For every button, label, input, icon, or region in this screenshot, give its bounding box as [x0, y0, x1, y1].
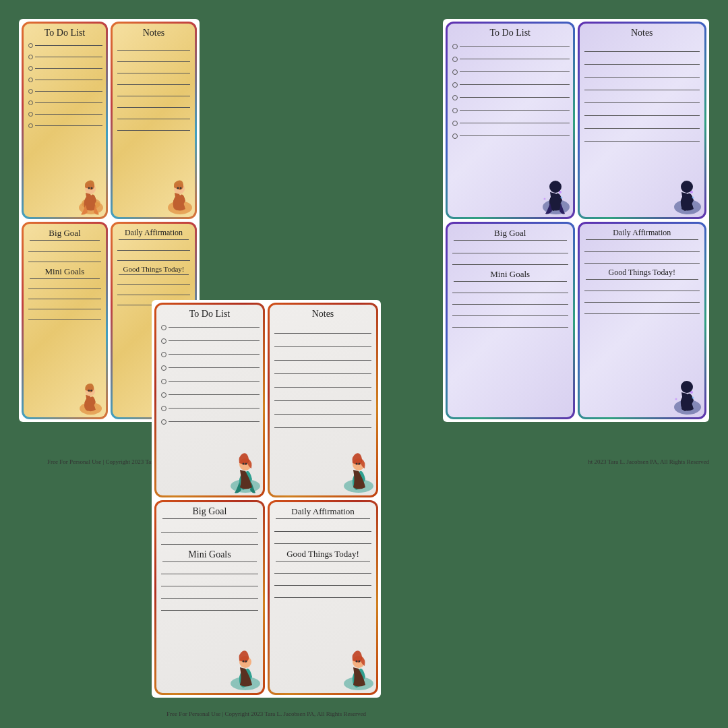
card-affirm-title: Daily Affirmation	[116, 228, 191, 238]
card-affirm-fire: Daily Affirmation Good Things Today!	[268, 500, 378, 695]
mermaid-purple-notes-icon	[666, 172, 703, 216]
card-affirm-purple: Daily Affirmation Good Things Today!	[578, 222, 707, 419]
mermaid-warm-goals-icon	[71, 379, 104, 416]
card-minigoals-title: Mini Goals	[27, 266, 102, 277]
svg-point-21	[690, 191, 693, 193]
svg-point-31	[245, 463, 247, 465]
mermaid-fire-goals-icon	[223, 646, 262, 692]
mermaid-fire-notes-icon	[336, 448, 375, 494]
card-bigoal-title: Big Goal	[27, 228, 102, 239]
svg-point-27	[675, 398, 677, 400]
card-affirm-fire-title: Daily Affirmation	[273, 506, 373, 517]
card-title: Notes	[116, 28, 191, 38]
card-title: To Do List	[27, 28, 102, 38]
card-todo-fire: To Do List	[154, 303, 265, 497]
card-title-purple-todo: To Do List	[451, 28, 570, 38]
svg-point-34	[356, 463, 358, 465]
svg-point-22	[692, 197, 694, 199]
card-notes-fire: Notes	[268, 303, 378, 497]
svg-point-5	[91, 187, 93, 189]
card-goals-warm: Big Goal Mini Goals	[22, 222, 108, 419]
card-goodthings-fire-title: Good Things Today!	[273, 549, 373, 559]
sheet-center: To Do List	[152, 300, 381, 698]
card-notes-warm: Notes	[111, 22, 197, 219]
card-goodthings-purple-title: Good Things Today!	[583, 268, 702, 278]
svg-point-38	[243, 661, 245, 663]
mermaid-warm-icon	[71, 175, 104, 216]
card-title-fire-todo: To Do List	[160, 309, 260, 320]
copyright-topleft: Free For Personal Use | Copyright 2023 T…	[47, 458, 156, 465]
svg-point-8	[177, 187, 179, 189]
mermaid-warm-notes-icon	[160, 175, 193, 216]
card-goodthings-title: Good Things Today!	[116, 265, 191, 273]
mermaid-purple-affirm-icon	[666, 372, 703, 416]
svg-point-43	[359, 661, 361, 663]
svg-point-13	[90, 390, 92, 392]
card-todo-purple: To Do List	[446, 22, 575, 219]
svg-point-18	[543, 198, 545, 200]
card-notes-purple: Notes	[578, 22, 707, 219]
copyright-topright: ht 2023 Tara L. Jacobsen PA, All Rights …	[588, 458, 709, 465]
svg-point-42	[356, 661, 358, 663]
svg-point-26	[692, 397, 694, 399]
card-goals-purple: Big Goal Mini Goals	[446, 222, 575, 419]
copyright-center: Free For Personal Use | Copyright 2023 T…	[152, 710, 381, 717]
card-minigoals-purple-title: Mini Goals	[451, 269, 570, 280]
svg-point-35	[359, 463, 361, 465]
mermaid-fire-todo-icon	[223, 448, 262, 494]
svg-point-39	[245, 661, 247, 663]
mermaid-fire-affirm-icon	[336, 646, 375, 692]
svg-point-12	[88, 390, 90, 392]
card-goals-fire: Big Goal Mini Goals	[154, 500, 265, 695]
svg-point-9	[180, 187, 182, 189]
mermaid-purple-todo-icon	[535, 172, 572, 216]
svg-point-25	[690, 391, 693, 394]
svg-point-30	[243, 463, 245, 465]
sheet-topright: To Do List	[443, 19, 709, 422]
svg-point-4	[88, 187, 90, 189]
card-bigoal-fire-title: Big Goal	[160, 506, 260, 517]
card-title-purple-notes: Notes	[583, 28, 702, 38]
svg-point-17	[560, 197, 562, 199]
card-todo-warm: To Do List	[22, 22, 108, 219]
card-minigoals-fire-title: Mini Goals	[160, 549, 260, 560]
card-bigoal-purple-title: Big Goal	[451, 228, 570, 239]
svg-point-16	[559, 191, 562, 193]
card-title-fire-notes: Notes	[273, 309, 373, 320]
card-affirm-purple-title: Daily Affirmation	[583, 228, 702, 238]
